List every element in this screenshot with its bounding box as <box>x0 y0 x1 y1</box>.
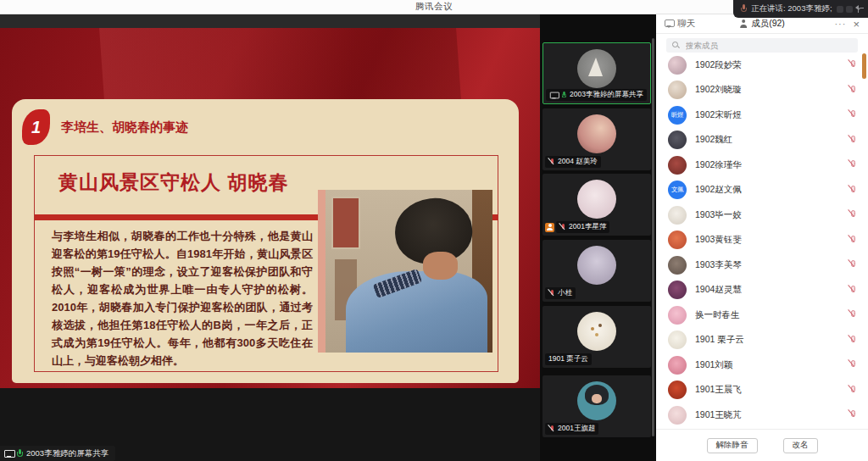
host-badge-icon <box>545 223 554 232</box>
member-row[interactable]: 1904赵灵慧 <box>656 278 868 303</box>
reply-arrow-icon <box>855 6 864 13</box>
screen-share-banner-text: 2003李雅婷的屏幕共享 <box>26 448 108 459</box>
muted-mic-icon <box>848 309 856 320</box>
member-row[interactable]: 1901王晨飞 <box>656 378 868 403</box>
tile-name: 1901 栗子云 <box>548 354 588 364</box>
member-row[interactable]: 1901刘颖 <box>656 353 868 378</box>
member-name: 1902魏红 <box>695 134 839 146</box>
slide-body-text: 与李培生相似，胡晓春的工作也十分特殊，他是黄山迎客松的第19任守松人。自1981… <box>52 227 313 369</box>
hu-xiaochun-photo <box>318 190 492 353</box>
member-name: 1902刘晓璇 <box>695 84 839 96</box>
member-name: 1902宋昕煜 <box>695 109 839 121</box>
avatar <box>668 380 687 399</box>
tile-name: 2003李雅婷的屏幕共享 <box>570 90 643 100</box>
member-name: 1903黄钰斐 <box>695 234 839 246</box>
member-row[interactable]: 1901王晓芃 <box>656 403 868 428</box>
rename-button[interactable]: 改名 <box>783 438 818 453</box>
member-name: 1904赵灵慧 <box>695 284 839 296</box>
avatar <box>668 81 687 99</box>
video-tile[interactable]: 2003李雅婷的屏幕共享 <box>542 42 651 104</box>
video-tile[interactable]: 2001李星萍 <box>542 174 651 236</box>
member-row[interactable]: 昕煜 1902宋昕煜 <box>656 103 868 128</box>
avatar <box>668 306 687 325</box>
member-row[interactable]: 1902魏红 <box>656 128 868 153</box>
video-strip-scrollbar[interactable] <box>652 38 654 436</box>
member-name: 1901王晓芃 <box>695 409 839 421</box>
speaking-mic-icon <box>741 4 747 14</box>
muted-mic-icon <box>548 158 555 167</box>
slide-number-badge: 1 <box>22 109 50 145</box>
chat-icon <box>665 19 674 28</box>
person-icon <box>739 19 748 28</box>
muted-mic-icon <box>559 223 566 232</box>
member-row[interactable]: 1903李美琴 <box>656 253 868 278</box>
avatar <box>668 230 687 249</box>
member-row[interactable]: 1901 栗子云 <box>656 328 868 353</box>
more-button[interactable]: ··· <box>834 19 846 29</box>
member-row[interactable]: 换一时春生 <box>656 303 868 328</box>
tab-members[interactable]: 成员(92) <box>739 18 785 30</box>
screen-share-banner: 2003李雅婷的屏幕共享 <box>0 446 115 461</box>
unmute-button[interactable]: 解除静音 <box>707 438 758 453</box>
muted-mic-icon <box>848 285 856 296</box>
member-row[interactable]: 1902刘晓璇 <box>656 78 868 103</box>
members-panel: 聊天 成员(92) ··· × 1902段妙荣 19 <box>656 14 868 461</box>
video-tile[interactable]: 小桂 <box>542 240 651 302</box>
members-list: 1902段妙荣 1902刘晓璇 昕煜 1902宋昕煜 1902魏红 1902徐瑾… <box>656 53 868 428</box>
avatar <box>668 156 687 175</box>
video-tile[interactable]: 2001王旗超 <box>542 375 651 437</box>
muted-mic-icon <box>848 85 856 96</box>
search-icon <box>672 42 680 49</box>
tab-members-label: 成员(92) <box>751 18 785 30</box>
slide-heading: 黄山风景区守松人 胡晓春 <box>58 169 288 196</box>
participant-avatar <box>577 381 616 420</box>
member-name: 1903毕一姣 <box>695 209 839 221</box>
participant-avatar <box>577 180 616 219</box>
tile-name: 2001王旗超 <box>558 424 595 434</box>
avatar <box>668 256 687 275</box>
video-tile[interactable]: 2004 赵美玲 <box>542 108 651 170</box>
muted-mic-icon <box>848 209 856 220</box>
toast-icon-group <box>837 6 864 13</box>
mic-on-icon <box>562 92 567 99</box>
avatar <box>668 206 687 225</box>
participant-avatar <box>577 312 616 351</box>
search-box[interactable] <box>666 38 858 53</box>
avatar <box>668 56 687 75</box>
muted-mic-icon <box>548 289 555 298</box>
slide-inner-box: 黄山风景区守松人 胡晓春 与李培生相似，胡晓春的工作也十分特殊，他是黄山迎客松的… <box>34 155 498 372</box>
avatar: 昕煜 <box>668 106 687 125</box>
muted-mic-icon <box>848 109 856 120</box>
muted-mic-icon <box>848 235 856 246</box>
muted-mic-icon <box>848 409 856 420</box>
panel-footer: 解除静音 改名 <box>656 429 868 461</box>
participant-avatar <box>577 49 616 88</box>
member-row[interactable]: 文佩 1902赵文佩 <box>656 178 868 203</box>
photo-wall-frame <box>331 197 360 249</box>
speaking-toast: 正在讲话: 2003李雅婷; <box>733 0 868 18</box>
member-name: 1902段妙荣 <box>695 59 839 71</box>
search-input[interactable] <box>684 40 852 51</box>
muted-mic-icon <box>848 385 856 396</box>
avatar <box>668 131 687 149</box>
participant-avatar <box>577 114 616 153</box>
photo-face <box>423 252 458 280</box>
member-name: 1901 栗子云 <box>695 334 839 346</box>
member-name: 1901刘颖 <box>695 359 839 371</box>
member-row[interactable]: 1902徐瑾华 <box>656 153 868 178</box>
speaking-toast-text: 正在讲话: 2003李雅婷; <box>751 3 832 14</box>
video-tile[interactable]: 1901 栗子云 <box>542 306 651 368</box>
video-thumbnail-strip: 2003李雅婷的屏幕共享 2004 赵美玲 2001李星萍 <box>540 14 656 461</box>
tab-chat[interactable]: 聊天 <box>665 18 695 30</box>
members-scrollbar[interactable] <box>862 53 866 79</box>
member-row[interactable]: 1903黄钰斐 <box>656 228 868 253</box>
close-panel-button[interactable]: × <box>853 19 860 30</box>
muted-mic-icon <box>848 185 856 196</box>
tab-chat-label: 聊天 <box>677 18 695 30</box>
member-name: 1901王晨飞 <box>695 384 839 396</box>
member-name: 1903李美琴 <box>695 259 839 271</box>
member-row[interactable]: 1903毕一姣 <box>656 203 868 228</box>
photo-left-strip <box>318 190 326 353</box>
muted-mic-icon <box>848 59 856 70</box>
member-row[interactable]: 1902段妙荣 <box>656 53 868 78</box>
